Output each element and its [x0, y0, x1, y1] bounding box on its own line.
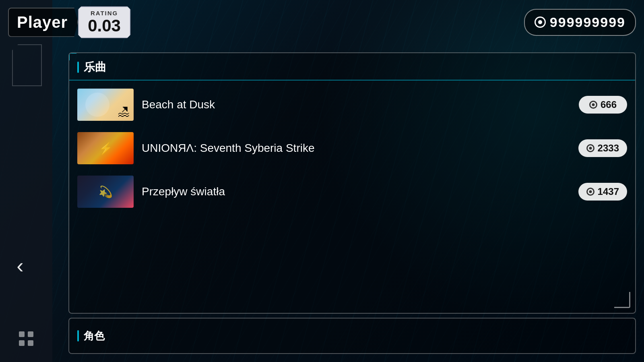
song-title-1: Beach at Dusk — [142, 98, 579, 111]
dot-3 — [19, 340, 25, 346]
characters-panel-title: 角色 — [84, 329, 105, 343]
songs-panel-title: 乐曲 — [84, 60, 106, 75]
currency-value: 999999999 — [550, 14, 625, 30]
corner-decoration — [614, 292, 630, 308]
song-panel: 乐曲 Beach at Dusk 666 UNIONЯΛ: Seventh Sy… — [68, 52, 636, 314]
score-badge-2: 2333 — [578, 139, 627, 157]
sidebar-decor — [0, 44, 52, 93]
song-title-3: Przepływ światła — [142, 185, 578, 198]
back-chevron-icon: ‹ — [17, 255, 23, 276]
score-value-2: 2333 — [598, 143, 619, 154]
song-list: Beach at Dusk 666 UNIONЯΛ: Seventh Syber… — [69, 81, 635, 219]
player-name-box: Player — [8, 8, 78, 37]
panel-corner-tl — [68, 52, 76, 60]
dot-2 — [28, 331, 33, 337]
rating-value: 0.03 — [88, 16, 121, 35]
left-sidebar: ‹ — [0, 0, 52, 362]
songs-panel-header: 乐曲 — [69, 53, 635, 81]
song-item-3[interactable]: Przepływ światła 1437 — [69, 172, 635, 212]
song-item-2[interactable]: UNIONЯΛ: Seventh Syberia Strike 2333 — [69, 128, 635, 168]
nav-decor-shape — [6, 44, 46, 93]
player-name: Player — [17, 13, 68, 31]
sidebar-dots — [0, 331, 52, 346]
player-section: Player RATING 0.03 — [8, 6, 130, 38]
score-badge-3: 1437 — [578, 183, 627, 201]
score-badge-1: 666 — [579, 96, 627, 114]
characters-panel: 角色 — [68, 318, 636, 354]
song-thumbnail-3 — [77, 176, 134, 208]
song-thumbnail-2 — [77, 132, 134, 164]
score-value-1: 666 — [601, 99, 617, 110]
song-thumbnail-1 — [77, 89, 134, 121]
score-icon-2 — [586, 144, 594, 152]
top-bar: Player RATING 0.03 999999999 — [0, 0, 644, 44]
dot-1 — [19, 331, 25, 337]
currency-box: 999999999 — [524, 9, 636, 36]
score-icon-3 — [586, 188, 594, 196]
main-content: 乐曲 Beach at Dusk 666 UNIONЯΛ: Seventh Sy… — [68, 52, 636, 354]
score-value-3: 1437 — [598, 186, 619, 197]
rating-label: RATING — [87, 10, 122, 17]
rating-box: RATING 0.03 — [78, 6, 130, 38]
score-icon-1 — [589, 101, 597, 109]
dot-4 — [28, 340, 33, 346]
dots-grid — [19, 331, 33, 346]
characters-accent-line — [77, 330, 79, 341]
currency-icon — [535, 17, 546, 28]
song-item-1[interactable]: Beach at Dusk 666 — [69, 85, 635, 125]
header-accent-line — [77, 62, 79, 73]
back-button[interactable]: ‹ — [4, 250, 36, 282]
song-title-2: UNIONЯΛ: Seventh Syberia Strike — [142, 142, 578, 155]
